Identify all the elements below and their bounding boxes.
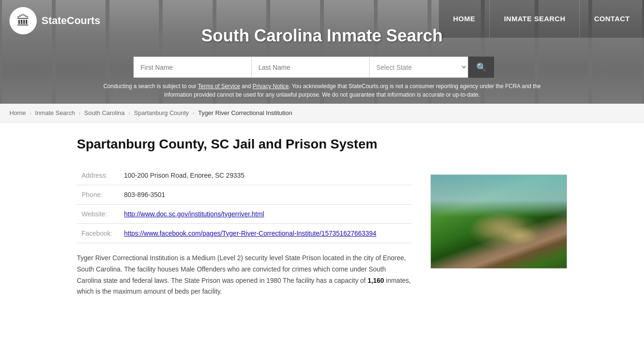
terms-link[interactable]: Terms of Service — [198, 83, 240, 90]
privacy-link[interactable]: Privacy Notice — [253, 83, 289, 90]
header: 🏛 StateCourts HOME INMATE SEARCH CONTACT… — [0, 0, 644, 104]
first-name-input[interactable] — [133, 57, 251, 78]
prison-photo — [430, 174, 567, 269]
search-icon: 🔍 — [476, 62, 487, 73]
content-right — [430, 137, 567, 297]
facebook-value: https://www.facebook.com/pages/Tyger-Riv… — [119, 224, 412, 243]
phone-label: Phone: — [77, 185, 119, 205]
capacity-value: 1,160 — [368, 277, 384, 284]
search-button[interactable]: 🔍 — [468, 57, 494, 78]
description: Tyger River Correctional Institution is … — [77, 253, 412, 297]
website-label: Website: — [77, 205, 119, 224]
breadcrumb-sep-3: › — [129, 110, 131, 116]
header-title: South Carolina Inmate Search — [0, 26, 644, 46]
description-part1: Tyger River Correctional Institution is … — [77, 254, 406, 284]
breadcrumb-home[interactable]: Home — [9, 109, 26, 116]
phone-row: Phone: 803-896-3501 — [77, 185, 412, 205]
breadcrumb-sep-4: › — [193, 110, 195, 116]
search-bar: Select StateAlabamaAlaskaArizonaArkansas… — [133, 57, 511, 78]
address-label: Address: — [77, 166, 119, 185]
breadcrumb: Home › Inmate Search › South Carolina › … — [0, 104, 644, 123]
website-link[interactable]: http://www.doc.sc.gov/institutions/tyger… — [124, 210, 264, 218]
breadcrumb-spartanburg-county[interactable]: Spartanburg County — [134, 109, 189, 116]
website-value: http://www.doc.sc.gov/institutions/tyger… — [119, 205, 412, 224]
last-name-input[interactable] — [251, 57, 369, 78]
info-table: Address: 100-200 Prison Road, Enoree, SC… — [77, 166, 412, 243]
content-left: Spartanburg County, SC Jail and Prison S… — [77, 137, 412, 297]
disclaimer: Conducting a search is subject to our Te… — [0, 82, 644, 99]
address-value: 100-200 Prison Road, Enoree, SC 29335 — [119, 166, 412, 185]
state-select[interactable]: Select StateAlabamaAlaskaArizonaArkansas… — [369, 57, 468, 78]
breadcrumb-inmate-search[interactable]: Inmate Search — [35, 109, 75, 116]
facebook-label: Facebook: — [77, 224, 119, 243]
address-row: Address: 100-200 Prison Road, Enoree, SC… — [77, 166, 412, 185]
site-name: StateCourts — [41, 15, 100, 27]
website-row: Website: http://www.doc.sc.gov/instituti… — [77, 205, 412, 224]
main-content: Spartanburg County, SC Jail and Prison S… — [39, 123, 605, 316]
facebook-link[interactable]: https://www.facebook.com/pages/Tyger-Riv… — [124, 230, 376, 237]
facebook-row: Facebook: https://www.facebook.com/pages… — [77, 224, 412, 243]
breadcrumb-sep-2: › — [79, 110, 81, 116]
facility-title: Spartanburg County, SC Jail and Prison S… — [77, 137, 412, 152]
breadcrumb-south-carolina[interactable]: South Carolina — [84, 109, 125, 116]
phone-value: 803-896-3501 — [119, 185, 412, 205]
breadcrumb-current: Tyger River Correctional Institution — [198, 109, 292, 116]
breadcrumb-sep-1: › — [30, 110, 32, 116]
